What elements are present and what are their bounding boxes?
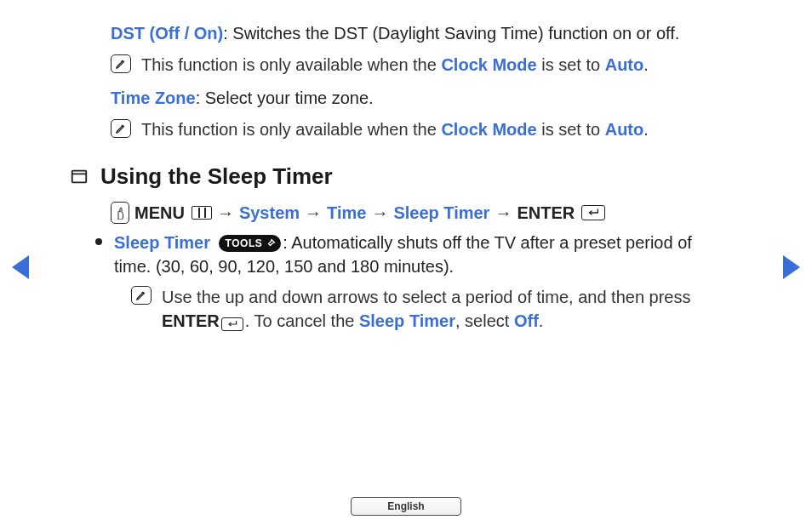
crumb-menu: MENU (134, 203, 185, 223)
subnote-d: . (539, 311, 544, 330)
note-row-2: This function is only available when the… (111, 118, 732, 141)
note1-clockmode: Clock Mode (441, 55, 536, 74)
note1-text: This function is only available when the… (141, 54, 732, 77)
crumb-sleep-timer: Sleep Timer (393, 203, 489, 223)
page-content: DST (Off / On): Switches the DST (Daylig… (111, 17, 732, 339)
language-badge[interactable]: English (351, 497, 461, 516)
pencil-icon (131, 286, 152, 305)
note2-mid: is set to (537, 120, 605, 139)
book-icon (70, 168, 89, 186)
arrow-sep: → (495, 203, 512, 223)
dst-line: DST (Off / On): Switches the DST (Daylig… (111, 22, 732, 45)
note-row-1: This function is only available when the… (111, 54, 732, 77)
note1-prefix: This function is only available when the (141, 55, 441, 74)
next-page-arrow[interactable] (783, 255, 800, 279)
bullet-dot-icon (95, 238, 102, 245)
timezone-line: Time Zone: Select your time zone. (111, 87, 732, 110)
pencil-icon (111, 54, 131, 73)
timezone-label: Time Zone (111, 88, 196, 107)
subnote-enter: ENTER (162, 311, 220, 330)
note1-auto: Auto (605, 55, 644, 74)
arrow-sep: → (371, 203, 388, 223)
section-title: Using the Sleep Timer (100, 163, 333, 190)
subnote-off: Off (514, 311, 539, 330)
menu-grid-icon (192, 206, 212, 220)
hand-icon (111, 202, 129, 224)
tools-label: TOOLS (226, 237, 263, 251)
menu-path: MENU → System → Time → Sleep Timer → ENT… (111, 202, 732, 224)
prev-page-arrow[interactable] (12, 255, 29, 279)
subnote-c: , select (455, 311, 514, 330)
arrow-sep: → (305, 203, 322, 223)
manual-page: DST (Off / On): Switches the DST (Daylig… (0, 0, 812, 531)
note2-prefix: This function is only available when the (141, 120, 441, 139)
sub-note: Use the up and down arrows to select a p… (131, 285, 732, 334)
arrow-sep: → (217, 203, 234, 223)
subnote-text: Use the up and down arrows to select a p… (162, 285, 732, 334)
note2-auto: Auto (605, 120, 644, 139)
enter-icon (221, 317, 243, 331)
note1-mid: is set to (537, 55, 605, 74)
crumb-system: System (239, 203, 300, 223)
bullet-item: Sleep Timer TOOLS : Automatically shuts … (111, 231, 732, 334)
language-label: English (387, 500, 424, 512)
section-header: Using the Sleep Timer (70, 163, 732, 190)
bullet-body: Sleep Timer TOOLS : Automatically shuts … (114, 231, 732, 334)
note2-text: This function is only available when the… (141, 118, 732, 141)
crumb-time: Time (327, 203, 366, 223)
dst-desc: : Switches the DST (Daylight Saving Time… (223, 24, 679, 43)
dst-label: DST (Off / On) (111, 24, 223, 43)
subnote-a: Use the up and down arrows to select a p… (162, 288, 690, 306)
timezone-desc: : Select your time zone. (196, 88, 374, 107)
note2-suffix: . (643, 120, 649, 139)
subnote-sleeptimer: Sleep Timer (359, 311, 455, 330)
note1-suffix: . (643, 55, 649, 74)
svg-rect-0 (72, 170, 87, 182)
crumb-enter: ENTER (517, 203, 575, 223)
subnote-b: . To cancel the (245, 311, 359, 330)
tools-badge: TOOLS (219, 235, 282, 252)
enter-icon (581, 205, 605, 220)
pencil-icon (111, 119, 131, 138)
bullet-label: Sleep Timer (114, 233, 210, 252)
note2-clockmode: Clock Mode (441, 120, 536, 139)
